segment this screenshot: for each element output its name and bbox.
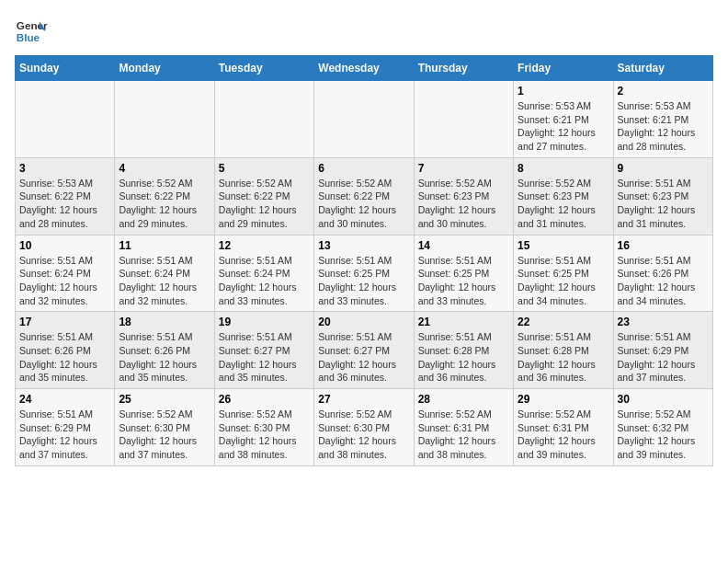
calendar-week-row: 1Sunrise: 5:53 AM Sunset: 6:21 PM Daylig… (16, 81, 713, 158)
day-number: 24 (19, 393, 110, 406)
calendar-cell: 25Sunrise: 5:52 AM Sunset: 6:30 PM Dayli… (115, 389, 214, 466)
day-number: 23 (618, 316, 709, 328)
day-info: Sunrise: 5:52 AM Sunset: 6:30 PM Dayligh… (119, 408, 210, 462)
day-info: Sunrise: 5:52 AM Sunset: 6:31 PM Dayligh… (518, 408, 609, 462)
day-info: Sunrise: 5:52 AM Sunset: 6:23 PM Dayligh… (518, 177, 609, 231)
weekday-header-cell: Thursday (414, 56, 513, 81)
calendar-cell: 20Sunrise: 5:51 AM Sunset: 6:27 PM Dayli… (314, 312, 414, 389)
day-number: 30 (618, 393, 709, 406)
day-info: Sunrise: 5:51 AM Sunset: 6:24 PM Dayligh… (219, 254, 310, 308)
day-info: Sunrise: 5:52 AM Sunset: 6:30 PM Dayligh… (219, 408, 310, 462)
day-number: 2 (618, 85, 709, 98)
day-number: 8 (518, 162, 609, 175)
day-number: 5 (219, 162, 310, 175)
day-info: Sunrise: 5:51 AM Sunset: 6:28 PM Dayligh… (418, 330, 509, 385)
day-info: Sunrise: 5:51 AM Sunset: 6:27 PM Dayligh… (219, 330, 310, 385)
day-info: Sunrise: 5:51 AM Sunset: 6:29 PM Dayligh… (618, 330, 709, 385)
calendar-cell: 23Sunrise: 5:51 AM Sunset: 6:29 PM Dayli… (613, 312, 712, 389)
day-info: Sunrise: 5:53 AM Sunset: 6:21 PM Dayligh… (618, 99, 709, 154)
calendar-cell (16, 81, 115, 158)
day-number: 1 (518, 85, 609, 98)
day-number: 6 (318, 162, 409, 175)
calendar-cell: 5Sunrise: 5:52 AM Sunset: 6:22 PM Daylig… (214, 157, 313, 235)
calendar-cell: 26Sunrise: 5:52 AM Sunset: 6:30 PM Dayli… (214, 389, 313, 466)
calendar-week-row: 3Sunrise: 5:53 AM Sunset: 6:22 PM Daylig… (16, 157, 713, 235)
day-number: 4 (119, 162, 210, 175)
day-number: 11 (119, 239, 210, 252)
day-info: Sunrise: 5:52 AM Sunset: 6:23 PM Dayligh… (418, 177, 509, 231)
calendar-body: 1Sunrise: 5:53 AM Sunset: 6:21 PM Daylig… (16, 81, 713, 466)
calendar-cell (414, 81, 513, 158)
calendar-week-row: 10Sunrise: 5:51 AM Sunset: 6:24 PM Dayli… (16, 235, 713, 312)
svg-text:Blue: Blue (17, 31, 40, 43)
calendar-cell: 7Sunrise: 5:52 AM Sunset: 6:23 PM Daylig… (414, 157, 513, 235)
calendar-week-row: 17Sunrise: 5:51 AM Sunset: 6:26 PM Dayli… (16, 312, 713, 389)
calendar-cell: 14Sunrise: 5:51 AM Sunset: 6:25 PM Dayli… (414, 235, 513, 312)
day-info: Sunrise: 5:52 AM Sunset: 6:22 PM Dayligh… (119, 177, 210, 231)
logo: General Blue (15, 15, 51, 48)
calendar-cell (115, 81, 214, 158)
day-number: 20 (318, 316, 409, 328)
calendar-week-row: 24Sunrise: 5:51 AM Sunset: 6:29 PM Dayli… (16, 389, 713, 466)
day-info: Sunrise: 5:51 AM Sunset: 6:28 PM Dayligh… (518, 330, 609, 385)
calendar-cell: 16Sunrise: 5:51 AM Sunset: 6:26 PM Dayli… (613, 235, 712, 312)
calendar-cell: 10Sunrise: 5:51 AM Sunset: 6:24 PM Dayli… (16, 235, 115, 312)
weekday-header-row: SundayMondayTuesdayWednesdayThursdayFrid… (16, 56, 713, 81)
day-number: 15 (518, 239, 609, 252)
day-number: 26 (219, 393, 310, 406)
calendar-cell: 8Sunrise: 5:52 AM Sunset: 6:23 PM Daylig… (514, 157, 613, 235)
calendar-cell (314, 81, 414, 158)
calendar-cell: 1Sunrise: 5:53 AM Sunset: 6:21 PM Daylig… (514, 81, 613, 158)
calendar-cell: 29Sunrise: 5:52 AM Sunset: 6:31 PM Dayli… (514, 389, 613, 466)
day-number: 7 (418, 162, 509, 175)
day-number: 28 (418, 393, 509, 406)
day-number: 13 (318, 239, 409, 252)
weekday-header-cell: Wednesday (314, 56, 414, 81)
day-number: 16 (618, 239, 709, 252)
weekday-header-cell: Monday (115, 56, 214, 81)
weekday-header-cell: Sunday (16, 56, 115, 81)
logo-icon: General Blue (15, 15, 48, 48)
calendar-cell: 13Sunrise: 5:51 AM Sunset: 6:25 PM Dayli… (314, 235, 414, 312)
day-info: Sunrise: 5:51 AM Sunset: 6:23 PM Dayligh… (618, 177, 709, 231)
day-info: Sunrise: 5:51 AM Sunset: 6:25 PM Dayligh… (418, 254, 509, 308)
day-info: Sunrise: 5:51 AM Sunset: 6:24 PM Dayligh… (119, 254, 210, 308)
day-number: 10 (19, 239, 110, 252)
weekday-header-cell: Friday (514, 56, 613, 81)
day-number: 3 (19, 162, 110, 175)
day-number: 17 (19, 316, 110, 328)
calendar-cell: 18Sunrise: 5:51 AM Sunset: 6:26 PM Dayli… (115, 312, 214, 389)
calendar-cell: 30Sunrise: 5:52 AM Sunset: 6:32 PM Dayli… (613, 389, 712, 466)
calendar-cell: 12Sunrise: 5:51 AM Sunset: 6:24 PM Dayli… (214, 235, 313, 312)
day-number: 29 (518, 393, 609, 406)
weekday-header-cell: Tuesday (214, 56, 313, 81)
calendar-cell: 6Sunrise: 5:52 AM Sunset: 6:22 PM Daylig… (314, 157, 414, 235)
day-info: Sunrise: 5:52 AM Sunset: 6:31 PM Dayligh… (418, 408, 509, 462)
calendar-cell: 17Sunrise: 5:51 AM Sunset: 6:26 PM Dayli… (16, 312, 115, 389)
calendar-cell: 28Sunrise: 5:52 AM Sunset: 6:31 PM Dayli… (414, 389, 513, 466)
page-header: General Blue (15, 15, 713, 48)
day-info: Sunrise: 5:51 AM Sunset: 6:25 PM Dayligh… (518, 254, 609, 308)
day-number: 12 (219, 239, 310, 252)
weekday-header-cell: Saturday (613, 56, 712, 81)
calendar-cell: 24Sunrise: 5:51 AM Sunset: 6:29 PM Dayli… (16, 389, 115, 466)
calendar-cell: 21Sunrise: 5:51 AM Sunset: 6:28 PM Dayli… (414, 312, 513, 389)
calendar-cell: 3Sunrise: 5:53 AM Sunset: 6:22 PM Daylig… (16, 157, 115, 235)
day-number: 9 (618, 162, 709, 175)
calendar-cell: 11Sunrise: 5:51 AM Sunset: 6:24 PM Dayli… (115, 235, 214, 312)
calendar-cell: 22Sunrise: 5:51 AM Sunset: 6:28 PM Dayli… (514, 312, 613, 389)
day-number: 18 (119, 316, 210, 328)
day-info: Sunrise: 5:51 AM Sunset: 6:26 PM Dayligh… (618, 254, 709, 308)
day-number: 21 (418, 316, 509, 328)
day-number: 19 (219, 316, 310, 328)
day-info: Sunrise: 5:51 AM Sunset: 6:29 PM Dayligh… (19, 408, 110, 462)
calendar-cell: 19Sunrise: 5:51 AM Sunset: 6:27 PM Dayli… (214, 312, 313, 389)
day-info: Sunrise: 5:51 AM Sunset: 6:26 PM Dayligh… (119, 330, 210, 385)
day-number: 14 (418, 239, 509, 252)
day-info: Sunrise: 5:53 AM Sunset: 6:22 PM Dayligh… (19, 177, 110, 231)
day-info: Sunrise: 5:52 AM Sunset: 6:22 PM Dayligh… (318, 177, 409, 231)
calendar-cell: 2Sunrise: 5:53 AM Sunset: 6:21 PM Daylig… (613, 81, 712, 158)
day-number: 25 (119, 393, 210, 406)
day-info: Sunrise: 5:52 AM Sunset: 6:30 PM Dayligh… (318, 408, 409, 462)
calendar-cell: 15Sunrise: 5:51 AM Sunset: 6:25 PM Dayli… (514, 235, 613, 312)
